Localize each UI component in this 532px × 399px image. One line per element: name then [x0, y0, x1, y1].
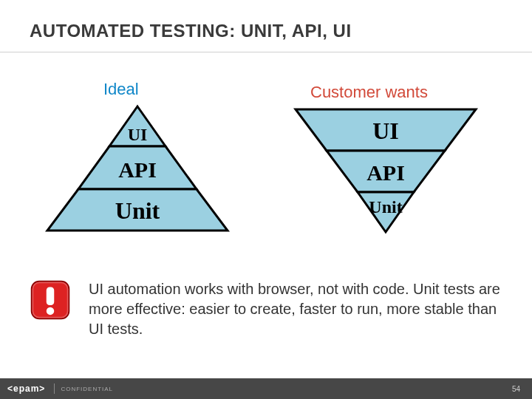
note-text: UI automation works with browser, not wi…: [89, 279, 502, 339]
slide: AUTOMATED TESTING: UNIT, API, UI Ideal C…: [0, 0, 532, 399]
footer-logo: <epam>: [0, 383, 52, 394]
pyramid-customer-bot-label: Unit: [369, 197, 402, 216]
footer-divider: [54, 383, 55, 394]
warning-icon: [30, 279, 71, 321]
footer-confidential: CONFIDENTIAL: [61, 386, 113, 392]
label-customer: Customer wants: [310, 83, 428, 102]
footer-page-number: 54: [512, 385, 532, 393]
pyramid-ideal-mid-label: API: [118, 157, 157, 182]
slide-title: AUTOMATED TESTING: UNIT, API, UI: [30, 21, 352, 41]
label-ideal: Ideal: [103, 80, 139, 99]
footer-bar: <epam> CONFIDENTIAL 54: [0, 378, 532, 399]
title-divider: [0, 52, 532, 52]
pyramid-customer-mid-label: API: [366, 160, 405, 185]
pyramid-customer: UI API Unit: [290, 105, 482, 238]
pyramid-ideal-top-label: UI: [128, 125, 148, 144]
pyramid-ideal-bot-label: Unit: [115, 197, 160, 224]
pyramid-customer-top-label: UI: [372, 117, 399, 144]
pyramid-ideal: UI API Unit: [41, 102, 233, 235]
svg-point-3: [47, 307, 55, 316]
note-row: UI automation works with browser, not wi…: [30, 279, 502, 339]
svg-rect-2: [47, 287, 55, 306]
